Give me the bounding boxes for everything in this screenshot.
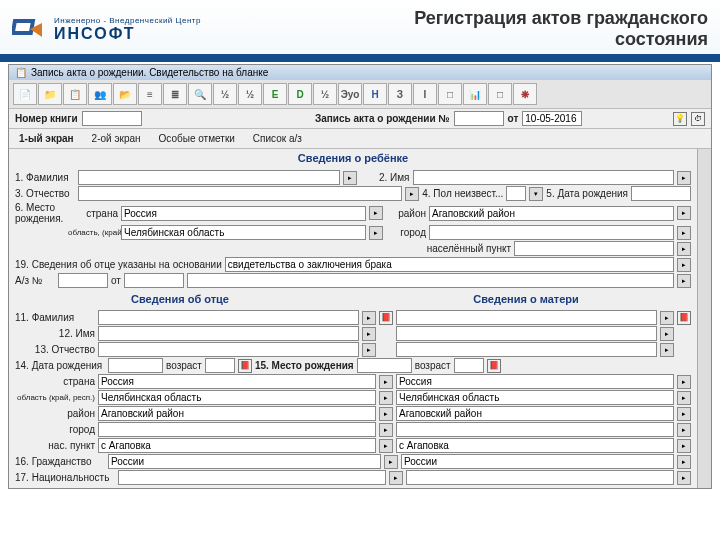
tb-box2-icon[interactable]: □ xyxy=(488,83,512,105)
f-nationality[interactable] xyxy=(118,470,386,485)
az-date-input[interactable] xyxy=(124,273,184,288)
book-icon[interactable]: 📕 xyxy=(677,311,691,325)
az-text-input[interactable] xyxy=(187,273,674,288)
m-age[interactable] xyxy=(454,358,484,373)
dd-icon[interactable]: ▸ xyxy=(660,311,674,325)
dd-icon[interactable]: ▸ xyxy=(677,391,691,405)
dd-icon[interactable]: ▸ xyxy=(379,423,393,437)
surname-input[interactable] xyxy=(78,170,340,185)
dd-icon[interactable]: ▸ xyxy=(369,226,383,240)
tb-frac3-icon[interactable]: ½ xyxy=(313,83,337,105)
city-input[interactable] xyxy=(429,225,674,240)
act-no-input[interactable] xyxy=(454,111,504,126)
name-input[interactable] xyxy=(413,170,675,185)
dd-icon[interactable]: ▸ xyxy=(677,439,691,453)
tb-chart-icon[interactable]: 📊 xyxy=(463,83,487,105)
dob-input[interactable] xyxy=(631,186,691,201)
dd-icon[interactable]: ▸ xyxy=(677,455,691,469)
country-input[interactable] xyxy=(121,206,366,221)
district-input[interactable] xyxy=(429,206,674,221)
bulb-icon[interactable]: 💡 xyxy=(673,112,687,126)
m-name[interactable] xyxy=(396,326,657,341)
tab-screen1[interactable]: 1-ый экран xyxy=(15,131,78,146)
dd-icon[interactable]: ▸ xyxy=(379,391,393,405)
az-no-input[interactable] xyxy=(58,273,108,288)
tb-folder-icon[interactable]: 📂 xyxy=(113,83,137,105)
tab-list[interactable]: Список а/з xyxy=(249,131,306,146)
m-settle[interactable] xyxy=(396,438,674,453)
m-district[interactable] xyxy=(396,406,674,421)
dd-icon[interactable]: ▾ xyxy=(529,187,543,201)
tb-frac1-icon[interactable]: ½ xyxy=(213,83,237,105)
m-citizenship[interactable] xyxy=(401,454,674,469)
tb-list1-icon[interactable]: ≡ xyxy=(138,83,162,105)
tab-notes[interactable]: Особые отметки xyxy=(155,131,239,146)
dd-icon[interactable]: ▸ xyxy=(677,171,691,185)
tb-search-icon[interactable]: 🔍 xyxy=(188,83,212,105)
tb-box-icon[interactable]: □ xyxy=(438,83,462,105)
book-icon[interactable]: 📕 xyxy=(238,359,252,373)
m-patr[interactable] xyxy=(396,342,657,357)
basis-input[interactable] xyxy=(225,257,674,272)
tb-i-icon[interactable]: I xyxy=(413,83,437,105)
f-surname[interactable] xyxy=(98,310,359,325)
f-country[interactable] xyxy=(98,374,376,389)
dd-icon[interactable]: ▸ xyxy=(343,171,357,185)
dd-icon[interactable]: ▸ xyxy=(405,187,419,201)
dd-icon[interactable]: ▸ xyxy=(369,206,383,220)
dd-icon[interactable]: ▸ xyxy=(389,471,403,485)
dd-icon[interactable]: ▸ xyxy=(362,311,376,325)
dd-icon[interactable]: ▸ xyxy=(677,226,691,240)
dd-icon[interactable]: ▸ xyxy=(677,258,691,272)
sex-input[interactable] xyxy=(506,186,526,201)
dd-icon[interactable]: ▸ xyxy=(379,407,393,421)
tb-euo-icon[interactable]: Эуо xyxy=(338,83,362,105)
act-date-input[interactable] xyxy=(522,111,582,126)
dd-icon[interactable]: ▸ xyxy=(677,375,691,389)
dd-icon[interactable]: ▸ xyxy=(677,423,691,437)
f-settle[interactable] xyxy=(98,438,376,453)
settlement-input[interactable] xyxy=(514,241,674,256)
region-input[interactable] xyxy=(121,225,366,240)
m-surname[interactable] xyxy=(396,310,657,325)
f-region[interactable] xyxy=(98,390,376,405)
dd-icon[interactable]: ▸ xyxy=(677,274,691,288)
f-district[interactable] xyxy=(98,406,376,421)
dd-icon[interactable]: ▸ xyxy=(677,407,691,421)
m-nationality[interactable] xyxy=(406,470,674,485)
f-citizenship[interactable] xyxy=(108,454,381,469)
dd-icon[interactable]: ▸ xyxy=(379,439,393,453)
timer-icon[interactable]: ⏱ xyxy=(691,112,705,126)
book-icon[interactable]: 📕 xyxy=(487,359,501,373)
dd-icon[interactable]: ▸ xyxy=(677,471,691,485)
dd-icon[interactable]: ▸ xyxy=(677,242,691,256)
dd-icon[interactable]: ▸ xyxy=(379,375,393,389)
tb-new-icon[interactable]: 📄 xyxy=(13,83,37,105)
f-dob[interactable] xyxy=(108,358,163,373)
tb-list2-icon[interactable]: ≣ xyxy=(163,83,187,105)
tb-e-icon[interactable]: E xyxy=(263,83,287,105)
f-city[interactable] xyxy=(98,422,376,437)
tb-open-icon[interactable]: 📁 xyxy=(38,83,62,105)
tab-screen2[interactable]: 2-ой экран xyxy=(88,131,145,146)
scrollbar[interactable] xyxy=(697,149,711,488)
m-country[interactable] xyxy=(396,374,674,389)
tb-n-icon[interactable]: Н xyxy=(363,83,387,105)
dd-icon[interactable]: ▸ xyxy=(384,455,398,469)
tb-users-icon[interactable]: 👥 xyxy=(88,83,112,105)
m-city[interactable] xyxy=(396,422,674,437)
f-patr[interactable] xyxy=(98,342,359,357)
tb-z-icon[interactable]: З xyxy=(388,83,412,105)
dd-icon[interactable]: ▸ xyxy=(362,327,376,341)
m-region[interactable] xyxy=(396,390,674,405)
tb-save-icon[interactable]: 📋 xyxy=(63,83,87,105)
f-age[interactable] xyxy=(205,358,235,373)
book-no-input[interactable] xyxy=(82,111,142,126)
dd-icon[interactable]: ▸ xyxy=(660,343,674,357)
tb-close-icon[interactable]: ❋ xyxy=(513,83,537,105)
tb-frac2-icon[interactable]: ½ xyxy=(238,83,262,105)
m-dob[interactable] xyxy=(357,358,412,373)
book-icon[interactable]: 📕 xyxy=(379,311,393,325)
f-name[interactable] xyxy=(98,326,359,341)
tb-d-icon[interactable]: D xyxy=(288,83,312,105)
